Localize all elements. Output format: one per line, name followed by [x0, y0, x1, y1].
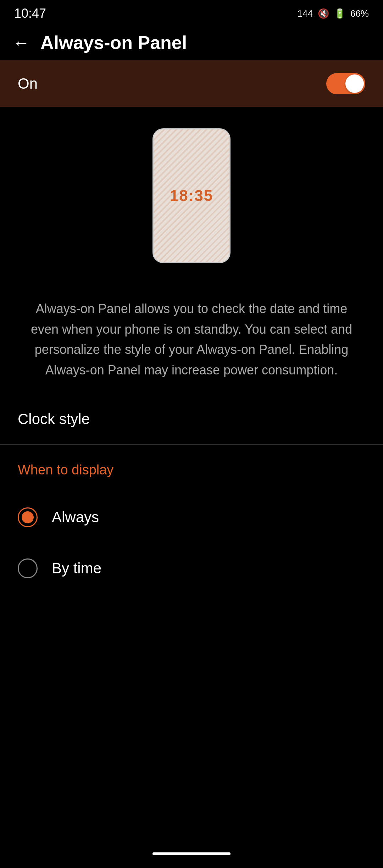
description-area: Always-on Panel allows you to check the … — [0, 277, 383, 394]
preview-clock: 18:35 — [170, 187, 213, 205]
when-display-title: When to display — [18, 462, 365, 478]
radio-bytime-label: By time — [52, 560, 101, 577]
radio-always-circle[interactable] — [18, 507, 38, 527]
nav-bar — [0, 840, 383, 868]
radio-bytime-circle[interactable] — [18, 558, 38, 578]
app-bar: ← Always-on Panel — [0, 25, 383, 60]
clock-style-row[interactable]: Clock style — [0, 394, 383, 444]
status-icons: 144 🔇 🔋 66% — [298, 8, 369, 19]
battery-percent: 66% — [350, 8, 369, 19]
mute-icon: 🔇 — [318, 8, 329, 19]
radio-always-label: Always — [52, 509, 99, 526]
radio-option-by-time[interactable]: By time — [0, 543, 383, 594]
description-text: Always-on Panel allows you to check the … — [31, 301, 352, 377]
toggle-label: On — [18, 75, 38, 92]
page-title: Always-on Panel — [40, 32, 187, 53]
status-time: 10:47 — [14, 6, 46, 21]
always-on-toggle[interactable] — [326, 73, 365, 94]
hz-icon: 144 — [298, 8, 313, 19]
clock-style-label: Clock style — [18, 411, 90, 427]
status-bar: 10:47 144 🔇 🔋 66% — [0, 0, 383, 25]
battery-icon: 🔋 — [334, 8, 345, 19]
radio-option-always[interactable]: Always — [0, 492, 383, 543]
phone-mockup: 18:35 — [152, 128, 231, 263]
back-button[interactable]: ← — [13, 33, 30, 52]
nav-bar-indicator — [152, 852, 231, 855]
preview-area: 18:35 — [0, 107, 383, 277]
when-display-section: When to display — [0, 445, 383, 492]
toggle-row: On — [0, 60, 383, 107]
